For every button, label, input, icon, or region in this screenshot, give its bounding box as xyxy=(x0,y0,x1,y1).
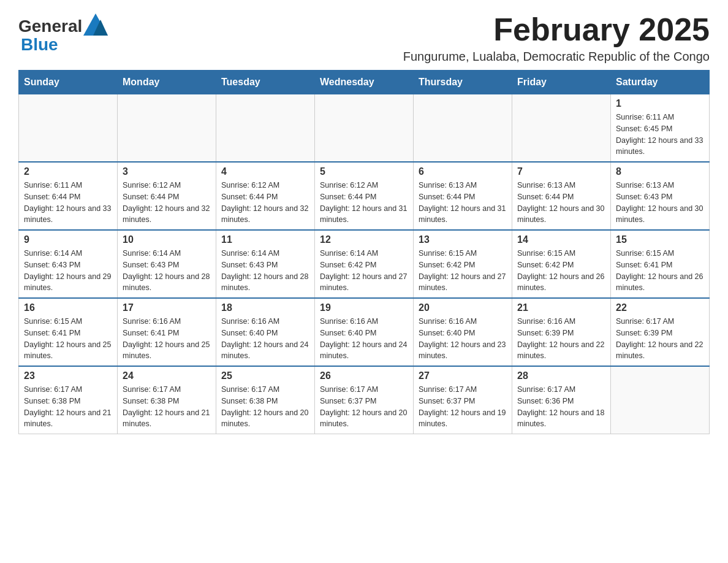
day-number: 18 xyxy=(221,302,309,313)
day-number: 14 xyxy=(517,234,605,245)
calendar-cell: 2Sunrise: 6:11 AMSunset: 6:44 PMDaylight… xyxy=(19,162,118,230)
day-info: Sunrise: 6:14 AMSunset: 6:42 PMDaylight:… xyxy=(320,248,408,294)
calendar-week-row: 9Sunrise: 6:14 AMSunset: 6:43 PMDaylight… xyxy=(19,230,710,298)
page-header: General Blue February 2025 Fungurume, Lu… xyxy=(18,12,710,64)
day-info: Sunrise: 6:15 AMSunset: 6:41 PMDaylight:… xyxy=(24,316,112,362)
calendar-cell xyxy=(414,94,512,163)
day-info: Sunrise: 6:16 AMSunset: 6:40 PMDaylight:… xyxy=(320,316,408,362)
month-title: February 2025 xyxy=(403,12,710,47)
calendar-cell: 22Sunrise: 6:17 AMSunset: 6:39 PMDayligh… xyxy=(611,298,710,366)
calendar-header-monday: Monday xyxy=(118,71,216,94)
location-title: Fungurume, Lualaba, Democratic Republic … xyxy=(403,50,710,64)
day-info: Sunrise: 6:15 AMSunset: 6:42 PMDaylight:… xyxy=(419,248,507,294)
calendar-cell: 16Sunrise: 6:15 AMSunset: 6:41 PMDayligh… xyxy=(19,298,118,366)
day-number: 5 xyxy=(320,166,408,177)
day-info: Sunrise: 6:14 AMSunset: 6:43 PMDaylight:… xyxy=(24,248,112,294)
calendar-cell: 11Sunrise: 6:14 AMSunset: 6:43 PMDayligh… xyxy=(216,230,315,298)
day-number: 25 xyxy=(221,370,309,381)
day-number: 16 xyxy=(24,302,112,313)
calendar-cell: 1Sunrise: 6:11 AMSunset: 6:45 PMDaylight… xyxy=(611,94,710,163)
day-info: Sunrise: 6:15 AMSunset: 6:41 PMDaylight:… xyxy=(616,248,704,294)
day-info: Sunrise: 6:12 AMSunset: 6:44 PMDaylight:… xyxy=(320,180,408,226)
day-info: Sunrise: 6:17 AMSunset: 6:37 PMDaylight:… xyxy=(320,384,408,430)
day-number: 26 xyxy=(320,370,408,381)
calendar-header-thursday: Thursday xyxy=(414,71,512,94)
calendar-cell xyxy=(611,366,710,434)
calendar-header-tuesday: Tuesday xyxy=(216,71,315,94)
calendar-week-row: 2Sunrise: 6:11 AMSunset: 6:44 PMDaylight… xyxy=(19,162,710,230)
day-info: Sunrise: 6:12 AMSunset: 6:44 PMDaylight:… xyxy=(221,180,309,226)
calendar-cell: 5Sunrise: 6:12 AMSunset: 6:44 PMDaylight… xyxy=(315,162,414,230)
calendar-cell: 14Sunrise: 6:15 AMSunset: 6:42 PMDayligh… xyxy=(512,230,611,298)
day-info: Sunrise: 6:17 AMSunset: 6:38 PMDaylight:… xyxy=(221,384,309,430)
day-info: Sunrise: 6:13 AMSunset: 6:44 PMDaylight:… xyxy=(419,180,507,226)
day-number: 28 xyxy=(517,370,605,381)
day-number: 2 xyxy=(24,166,112,177)
day-info: Sunrise: 6:13 AMSunset: 6:43 PMDaylight:… xyxy=(616,180,704,226)
calendar-week-row: 16Sunrise: 6:15 AMSunset: 6:41 PMDayligh… xyxy=(19,298,710,366)
day-number: 27 xyxy=(419,370,507,381)
calendar-header-sunday: Sunday xyxy=(19,71,118,94)
calendar-cell xyxy=(216,94,315,163)
day-number: 12 xyxy=(320,234,408,245)
day-number: 10 xyxy=(123,234,211,245)
day-info: Sunrise: 6:13 AMSunset: 6:44 PMDaylight:… xyxy=(517,180,605,226)
day-info: Sunrise: 6:17 AMSunset: 6:36 PMDaylight:… xyxy=(517,384,605,430)
calendar-cell: 9Sunrise: 6:14 AMSunset: 6:43 PMDaylight… xyxy=(19,230,118,298)
day-number: 8 xyxy=(616,166,704,177)
calendar-cell: 15Sunrise: 6:15 AMSunset: 6:41 PMDayligh… xyxy=(611,230,710,298)
day-info: Sunrise: 6:16 AMSunset: 6:41 PMDaylight:… xyxy=(123,316,211,362)
calendar-header-row: SundayMondayTuesdayWednesdayThursdayFrid… xyxy=(19,71,710,94)
day-info: Sunrise: 6:14 AMSunset: 6:43 PMDaylight:… xyxy=(221,248,309,294)
day-info: Sunrise: 6:12 AMSunset: 6:44 PMDaylight:… xyxy=(123,180,211,226)
calendar-cell: 4Sunrise: 6:12 AMSunset: 6:44 PMDaylight… xyxy=(216,162,315,230)
day-number: 7 xyxy=(517,166,605,177)
calendar-cell: 24Sunrise: 6:17 AMSunset: 6:38 PMDayligh… xyxy=(118,366,216,434)
day-info: Sunrise: 6:16 AMSunset: 6:40 PMDaylight:… xyxy=(419,316,507,362)
calendar-header-saturday: Saturday xyxy=(611,71,710,94)
calendar-cell xyxy=(315,94,414,163)
calendar-cell: 23Sunrise: 6:17 AMSunset: 6:38 PMDayligh… xyxy=(19,366,118,434)
logo-general-text: General xyxy=(18,17,82,36)
day-number: 4 xyxy=(221,166,309,177)
calendar-cell xyxy=(19,94,118,163)
day-number: 21 xyxy=(517,302,605,313)
calendar-header-friday: Friday xyxy=(512,71,611,94)
logo: General Blue xyxy=(18,12,110,55)
calendar-cell: 7Sunrise: 6:13 AMSunset: 6:44 PMDaylight… xyxy=(512,162,611,230)
calendar-cell: 21Sunrise: 6:16 AMSunset: 6:39 PMDayligh… xyxy=(512,298,611,366)
calendar-header-wednesday: Wednesday xyxy=(315,71,414,94)
day-info: Sunrise: 6:11 AMSunset: 6:44 PMDaylight:… xyxy=(24,180,112,226)
day-info: Sunrise: 6:17 AMSunset: 6:38 PMDaylight:… xyxy=(123,384,211,430)
day-info: Sunrise: 6:16 AMSunset: 6:40 PMDaylight:… xyxy=(221,316,309,362)
day-number: 15 xyxy=(616,234,704,245)
logo-blue-text: Blue xyxy=(21,35,110,55)
day-number: 17 xyxy=(123,302,211,313)
day-info: Sunrise: 6:17 AMSunset: 6:37 PMDaylight:… xyxy=(419,384,507,430)
day-number: 1 xyxy=(616,98,704,109)
calendar-week-row: 23Sunrise: 6:17 AMSunset: 6:38 PMDayligh… xyxy=(19,366,710,434)
calendar-cell: 12Sunrise: 6:14 AMSunset: 6:42 PMDayligh… xyxy=(315,230,414,298)
calendar-cell: 27Sunrise: 6:17 AMSunset: 6:37 PMDayligh… xyxy=(414,366,512,434)
calendar-cell: 20Sunrise: 6:16 AMSunset: 6:40 PMDayligh… xyxy=(414,298,512,366)
calendar-cell xyxy=(118,94,216,163)
day-info: Sunrise: 6:17 AMSunset: 6:38 PMDaylight:… xyxy=(24,384,112,430)
day-info: Sunrise: 6:16 AMSunset: 6:39 PMDaylight:… xyxy=(517,316,605,362)
calendar-cell: 25Sunrise: 6:17 AMSunset: 6:38 PMDayligh… xyxy=(216,366,315,434)
calendar-cell: 26Sunrise: 6:17 AMSunset: 6:37 PMDayligh… xyxy=(315,366,414,434)
day-number: 6 xyxy=(419,166,507,177)
calendar-cell: 17Sunrise: 6:16 AMSunset: 6:41 PMDayligh… xyxy=(118,298,216,366)
calendar-week-row: 1Sunrise: 6:11 AMSunset: 6:45 PMDaylight… xyxy=(19,94,710,163)
day-info: Sunrise: 6:17 AMSunset: 6:39 PMDaylight:… xyxy=(616,316,704,362)
day-number: 20 xyxy=(419,302,507,313)
calendar-cell: 19Sunrise: 6:16 AMSunset: 6:40 PMDayligh… xyxy=(315,298,414,366)
day-number: 3 xyxy=(123,166,211,177)
day-number: 9 xyxy=(24,234,112,245)
day-number: 13 xyxy=(419,234,507,245)
calendar-cell: 13Sunrise: 6:15 AMSunset: 6:42 PMDayligh… xyxy=(414,230,512,298)
calendar-table: SundayMondayTuesdayWednesdayThursdayFrid… xyxy=(18,70,710,434)
day-info: Sunrise: 6:11 AMSunset: 6:45 PMDaylight:… xyxy=(616,112,704,158)
calendar-cell: 8Sunrise: 6:13 AMSunset: 6:43 PMDaylight… xyxy=(611,162,710,230)
calendar-cell: 28Sunrise: 6:17 AMSunset: 6:36 PMDayligh… xyxy=(512,366,611,434)
calendar-cell: 18Sunrise: 6:16 AMSunset: 6:40 PMDayligh… xyxy=(216,298,315,366)
